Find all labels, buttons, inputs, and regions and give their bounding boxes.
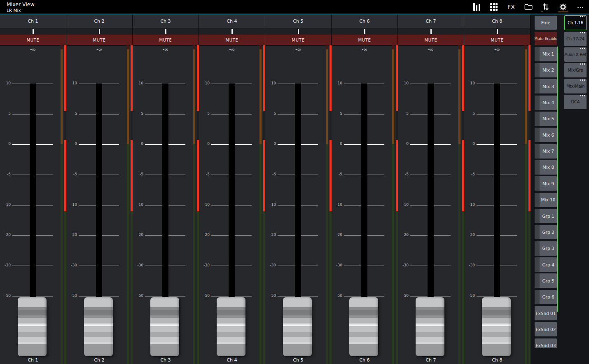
bank-button-fxsnd-03[interactable]: FxSnd 03 (535, 338, 557, 348)
fader-scale-label: -5 (0, 172, 11, 176)
folder-icon[interactable] (520, 0, 537, 14)
fader-scale-label: -10 (265, 203, 276, 207)
bank-button-mix-8[interactable]: Mix 8 (535, 160, 557, 175)
fader-area: -∞ 1050-5-10-20-30-50 Ch 1 (0, 45, 66, 364)
channel-grid-icon[interactable] (485, 0, 503, 14)
tab-dca[interactable]: DCA (564, 95, 587, 109)
fader-scale-label: -30 (0, 263, 11, 267)
gear-glyph (559, 3, 567, 11)
pan-slider[interactable] (199, 28, 265, 35)
meter-bars-icon[interactable] (468, 0, 485, 14)
tab-options-dots-icon (580, 16, 585, 17)
bank-button-label: Grp 6 (537, 294, 554, 299)
mute-button[interactable]: MUTE (265, 35, 331, 46)
channel-name: Ch 7 (425, 19, 436, 24)
fader-scale-label: 0 (265, 142, 276, 146)
tab-mix-grp[interactable]: Mix/Grp (564, 63, 587, 77)
bank-button-label: Mix 5 (538, 116, 554, 121)
pan-slider[interactable] (0, 28, 66, 35)
bank-button-label: FxSnd 03 (536, 343, 556, 348)
channel-name-header[interactable]: Ch 7 (398, 14, 464, 28)
bank-button-mix-3[interactable]: Mix 3 (535, 79, 557, 93)
bank-button-label: Grp 2 (537, 230, 554, 235)
bank-button-mix-4[interactable]: Mix 4 (535, 96, 557, 110)
fine-button[interactable]: Fine (535, 16, 557, 30)
pan-slider[interactable] (66, 28, 132, 35)
channel-name-header[interactable]: Ch 1 (0, 14, 66, 28)
fader-handle[interactable] (283, 297, 312, 356)
fader-handle[interactable] (416, 297, 444, 356)
fader-handle[interactable] (217, 297, 245, 356)
meter-strip-left (525, 45, 527, 364)
bank-button-label: Mix 9 (538, 181, 554, 186)
tab-options-dots-icon (580, 95, 585, 96)
tab-ch-17-24[interactable]: Ch 17-24 (564, 32, 587, 46)
tab-ch-1-16[interactable]: Ch 1-16 (564, 15, 587, 30)
bank-button-fxsnd-01[interactable]: FxSnd 01 (535, 306, 557, 320)
fader-scale-label: 0 (66, 142, 77, 146)
channel-strip-7: Ch 7 MUTE -∞ 1050-5-10-20-30-50 Ch 7 (398, 14, 464, 364)
fader-handle[interactable] (84, 297, 113, 356)
mute-button[interactable]: MUTE (66, 35, 132, 46)
meter-strip-left (392, 45, 394, 364)
fader-handle[interactable] (18, 297, 47, 356)
mute-button[interactable]: MUTE (133, 35, 199, 46)
arrow-baseline-mark (541, 11, 543, 12)
mute-button[interactable]: MUTE (0, 35, 66, 46)
mute-button-label: MUTE (93, 38, 106, 42)
tab-options-dots-icon (580, 32, 585, 33)
channel-name-header[interactable]: Ch 2 (66, 14, 132, 28)
bank-button-grp-5[interactable]: Grp 5 (535, 273, 557, 288)
channel-name-header[interactable]: Ch 8 (464, 14, 530, 28)
mute-button[interactable]: MUTE (332, 35, 397, 46)
bank-button-mix-7[interactable]: Mix 7 (535, 144, 557, 159)
bank-button-mix-6[interactable]: Mix 6 (535, 128, 557, 142)
channel-strip-5: Ch 5 MUTE -∞ 1050-5-10-20-30-50 Ch 5 (265, 14, 332, 364)
channel-name-footer: Ch 3 (133, 357, 199, 363)
pan-slider[interactable] (464, 28, 530, 35)
mute-button[interactable]: MUTE (464, 35, 530, 46)
bank-button-label: Mix 6 (538, 133, 554, 138)
bank-button-fxsnd-02[interactable]: FxSnd 02 (535, 322, 557, 336)
fader-scale-label: -30 (199, 263, 210, 267)
mute-button[interactable]: MUTE (398, 35, 464, 46)
channel-name-header[interactable]: Ch 6 (332, 14, 397, 28)
bank-button-grp-1[interactable]: Grp 1 (535, 209, 557, 223)
tab-mtx-main[interactable]: Mtx/Main (564, 79, 587, 93)
pan-slider[interactable] (398, 28, 464, 35)
bank-button-grp-6[interactable]: Grp 6 (535, 290, 557, 304)
fader-area: -∞ 1050-5-10-20-30-50 Ch 6 (332, 45, 397, 364)
mute-enable-button[interactable]: Mute Enable (535, 32, 557, 45)
fader-scale-label: -20 (133, 233, 143, 237)
bank-button-mix-10[interactable]: Mix 10 (535, 193, 557, 207)
channel-name-header[interactable]: Ch 4 (199, 14, 265, 28)
more-menu-icon[interactable] (572, 0, 589, 14)
bank-button-mix-1[interactable]: Mix 1 (535, 47, 557, 61)
fader-handle[interactable] (150, 297, 179, 356)
bank-button-grp-4[interactable]: Grp 4 (535, 257, 557, 272)
sort-arrows-icon[interactable] (537, 0, 554, 14)
bank-button-mix-5[interactable]: Mix 5 (535, 112, 557, 126)
fx-button[interactable]: FX (503, 0, 520, 14)
pan-slider[interactable] (332, 28, 397, 35)
fader-scale-label: -5 (332, 172, 342, 176)
tab-aux-fx-ret[interactable]: Aux/FX Ret (564, 47, 587, 62)
meter-strip-right (528, 45, 531, 364)
pan-center-tick (231, 29, 233, 34)
pan-slider[interactable] (265, 28, 331, 35)
fader-handle[interactable] (349, 297, 378, 356)
channel-name-header[interactable]: Ch 5 (265, 14, 331, 28)
bank-button-grp-3[interactable]: Grp 3 (535, 241, 557, 256)
channel-name-footer: Ch 1 (0, 357, 66, 363)
bank-button-mix-2[interactable]: Mix 2 (535, 63, 557, 77)
page-subtitle: LR Mix (7, 8, 21, 13)
bank-button-label: Mix 8 (538, 165, 554, 170)
settings-gear-icon[interactable] (554, 0, 572, 14)
mute-button[interactable]: MUTE (199, 35, 265, 46)
bank-button-mix-9[interactable]: Mix 9 (535, 176, 557, 191)
tab-label: Mtx/Main (566, 84, 584, 89)
fader-handle[interactable] (482, 297, 511, 356)
pan-slider[interactable] (133, 28, 199, 35)
channel-name-header[interactable]: Ch 3 (133, 14, 199, 28)
bank-button-grp-2[interactable]: Grp 2 (535, 225, 557, 239)
